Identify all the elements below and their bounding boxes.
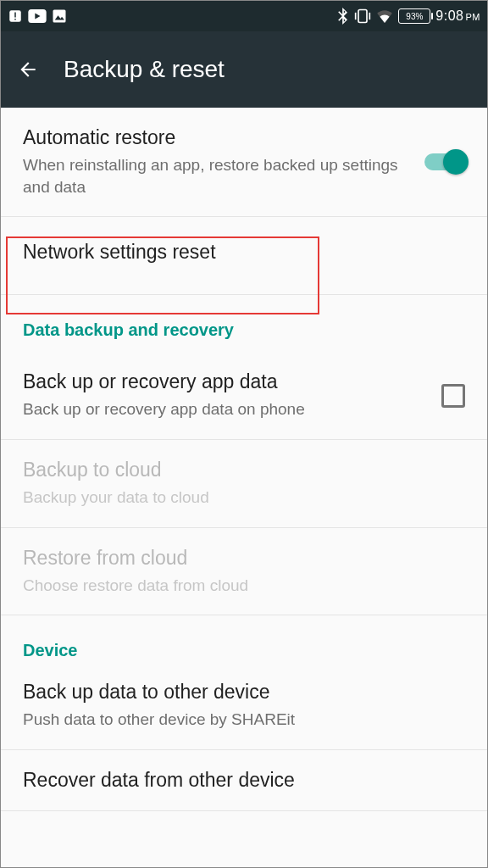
item-title: Network settings reset (23, 241, 465, 264)
automatic-restore-item[interactable]: Automatic restore When reinstalling an a… (1, 108, 487, 217)
status-bar: 93% 9:08PM (1, 1, 487, 31)
image-icon (52, 8, 67, 24)
item-subtitle: Back up or recovery app data on phone (23, 398, 431, 420)
settings-list: Automatic restore When reinstalling an a… (1, 108, 487, 811)
item-title: Restore from cloud (23, 547, 465, 570)
item-title: Automatic restore (23, 126, 414, 149)
clock-ampm: PM (466, 12, 481, 22)
battery-icon: 93% (398, 8, 430, 24)
item-subtitle: When reinstalling an app, restore backed… (23, 154, 414, 198)
recover-from-other-device-item[interactable]: Recover data from other device (1, 750, 487, 811)
backup-to-other-device-item[interactable]: Back up data to other device Push data t… (1, 672, 487, 750)
backup-recovery-app-data-item[interactable]: Back up or recovery app data Back up or … (1, 352, 487, 440)
network-settings-reset-item[interactable]: Network settings reset (1, 217, 487, 295)
item-title: Back up or recovery app data (23, 370, 431, 393)
vibrate-icon (354, 8, 371, 24)
backup-app-data-checkbox[interactable] (441, 384, 465, 408)
wifi-icon (376, 9, 393, 23)
section-data-backup-recovery: Data backup and recovery (1, 295, 487, 352)
svg-rect-1 (14, 13, 16, 18)
clock: 9:08PM (435, 8, 480, 24)
item-title: Recover data from other device (23, 769, 465, 792)
app-bar: Backup & reset (1, 31, 487, 108)
notification-alert-icon (8, 8, 23, 24)
svg-rect-2 (14, 19, 16, 20)
back-arrow-icon[interactable] (16, 58, 40, 81)
item-title: Backup to cloud (23, 459, 465, 481)
svg-rect-7 (358, 10, 367, 23)
section-device: Device (1, 615, 487, 672)
item-title: Back up data to other device (23, 681, 465, 704)
backup-to-cloud-item: Backup to cloud Backup your data to clou… (1, 440, 487, 528)
automatic-restore-toggle[interactable] (424, 153, 465, 170)
item-subtitle: Backup your data to cloud (23, 487, 465, 509)
restore-from-cloud-item: Restore from cloud Choose restore data f… (1, 528, 487, 616)
page-title: Backup & reset (64, 56, 225, 83)
battery-percent: 93% (406, 12, 423, 21)
svg-rect-5 (53, 10, 66, 23)
item-subtitle: Choose restore data from cloud (23, 575, 465, 597)
bluetooth-icon (337, 8, 349, 25)
item-subtitle: Push data to other device by SHAREit (23, 709, 465, 731)
youtube-icon (28, 9, 47, 23)
clock-time: 9:08 (435, 8, 463, 23)
